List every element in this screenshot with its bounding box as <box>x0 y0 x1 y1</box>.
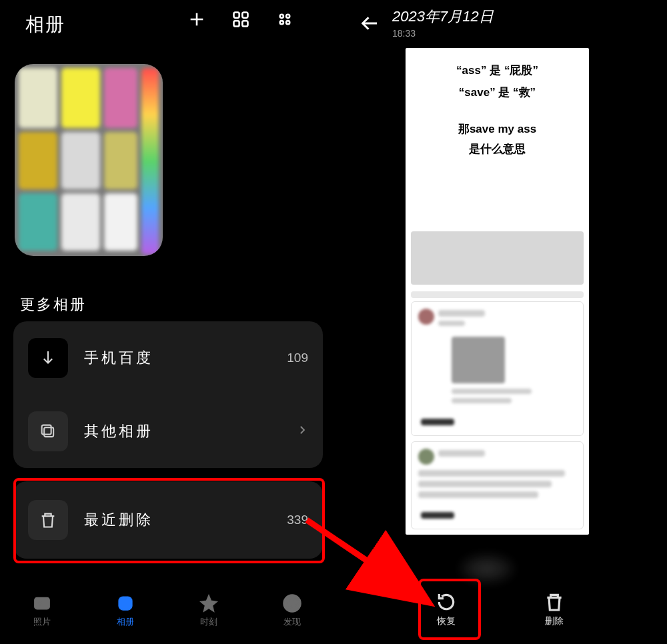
svg-point-6 <box>280 15 283 18</box>
tab-label: 相册 <box>117 616 134 628</box>
album-item-recent-deleted[interactable]: 最近删除 339 <box>13 481 323 559</box>
action-label: 删除 <box>545 615 564 627</box>
photo-text-line: 是什么意思 <box>406 141 589 157</box>
album-count: 109 <box>287 351 308 365</box>
grid-icon[interactable] <box>231 9 251 29</box>
svg-rect-2 <box>234 13 239 18</box>
album-label: 其他相册 <box>84 421 288 441</box>
album-label: 最近删除 <box>84 510 287 530</box>
album-count: 339 <box>287 513 308 527</box>
album-label: 手机百度 <box>84 348 287 368</box>
right-screen: 2023年7月12日 18:33 “ass” 是 “屁股” “save” 是 “… <box>334 0 667 644</box>
restore-button[interactable]: 恢复 <box>436 591 457 627</box>
album-group: 手机百度 109 其他相册 <box>13 321 323 468</box>
photo-text-line: “save” 是 “救” <box>406 85 589 100</box>
photo-time: 18:33 <box>392 28 416 39</box>
tab-albums[interactable]: 相册 <box>115 593 135 628</box>
download-icon <box>28 338 68 378</box>
svg-rect-11 <box>44 427 53 437</box>
svg-rect-12 <box>42 425 51 435</box>
album-item-other[interactable]: 其他相册 <box>13 395 323 468</box>
chevron-right-icon <box>296 424 308 439</box>
photo-card <box>411 441 584 529</box>
svg-point-8 <box>280 21 283 24</box>
svg-point-9 <box>286 21 289 24</box>
photo-blur-block <box>411 231 584 285</box>
tab-discover[interactable]: 发现 <box>282 593 302 628</box>
svg-rect-3 <box>242 13 247 18</box>
trash-icon <box>28 500 68 540</box>
plus-icon[interactable] <box>187 9 207 29</box>
more-icon[interactable] <box>275 9 295 29</box>
svg-point-14 <box>39 602 42 605</box>
photo-text-line: “ass” 是 “屁股” <box>406 63 589 78</box>
photo-actions: 恢复 删除 <box>334 579 667 640</box>
photo-blur-block <box>411 291 584 298</box>
bottom-tabs: 照片 相册 时刻 发现 <box>0 583 334 639</box>
left-screen: 相册 <box>0 0 334 644</box>
section-header-more-albums: 更多相册 <box>20 295 87 315</box>
svg-rect-15 <box>119 597 132 610</box>
svg-rect-4 <box>234 21 239 26</box>
photo-preview[interactable]: “ass” 是 “屁股” “save” 是 “救” 那save my ass 是… <box>406 48 589 535</box>
svg-rect-5 <box>242 21 247 26</box>
svg-point-7 <box>286 15 289 18</box>
tab-moments[interactable]: 时刻 <box>199 593 219 628</box>
delete-button[interactable]: 删除 <box>544 591 565 627</box>
album-thumbnail[interactable] <box>15 64 163 256</box>
page-title: 相册 <box>25 12 65 37</box>
photo-date: 2023年7月12日 <box>392 7 494 27</box>
tab-label: 发现 <box>283 616 301 628</box>
tab-label: 照片 <box>33 616 51 628</box>
stack-icon <box>28 411 68 451</box>
photo-card <box>411 301 584 436</box>
tab-label: 时刻 <box>200 616 217 628</box>
photo-text-line: 那save my ass <box>406 121 589 137</box>
tab-photos[interactable]: 照片 <box>32 593 52 628</box>
album-item-baidu[interactable]: 手机百度 109 <box>13 321 323 395</box>
action-label: 恢复 <box>437 615 456 627</box>
back-button[interactable] <box>360 13 380 36</box>
